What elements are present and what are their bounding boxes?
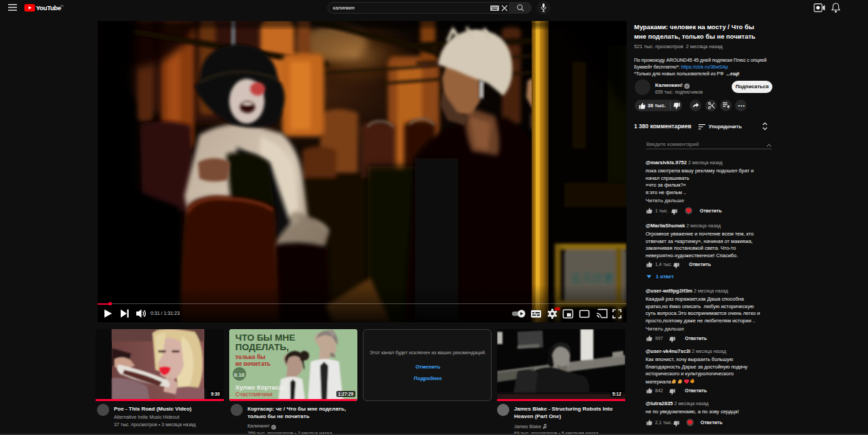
svg-text:Хулио Кортасар: Хулио Кортасар <box>235 383 287 391</box>
svg-text:YouTube: YouTube <box>36 4 61 12</box>
svg-text:не почитать: не почитать <box>235 360 271 367</box>
svg-text:Счастливчики: Счастливчики <box>235 391 273 398</box>
svg-text:8.18: 8.18 <box>234 372 245 378</box>
svg-text:ПОДЕЛАТЬ,: ПОДЕЛАТЬ, <box>235 342 289 352</box>
svg-text:только бы: только бы <box>235 354 266 360</box>
svg-text:RU: RU <box>61 5 64 7</box>
svg-text:ЧТО БЫ МНЕ: ЧТО БЫ МНЕ <box>235 333 295 343</box>
svg-text:足元注意: 足元注意 <box>570 271 615 284</box>
